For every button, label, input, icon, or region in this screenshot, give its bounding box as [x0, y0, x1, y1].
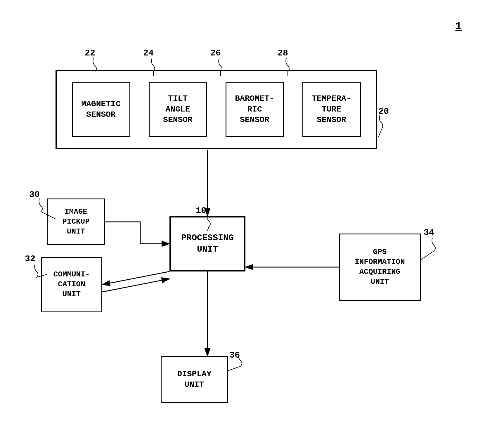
temperature-sensor-box: TEMPERA-TURESENSOR [302, 82, 361, 137]
gps-unit-box: GPSINFORMATIONACQUIRINGUNIT [339, 234, 421, 301]
diagram: 1 MAGNETICSENSOR TILTANGLESENSOR BAROMET… [18, 18, 485, 432]
ref-20: 20 [378, 107, 389, 116]
ref-28: 28 [278, 48, 288, 58]
communication-unit-box: COMMUNI-CATIONUNIT [41, 257, 102, 312]
processing-unit-box: PROCESSINGUNIT [169, 216, 245, 271]
image-pickup-unit-box: IMAGEPICKUPUNIT [47, 199, 105, 245]
svg-line-4 [102, 279, 169, 292]
barometric-sensor-box: BAROMET-RICSENSOR [226, 82, 284, 137]
ref-36: 36 [229, 350, 240, 360]
sensor-group-box: MAGNETICSENSOR TILTANGLESENSOR BAROMET-R… [56, 70, 377, 149]
ref-30: 30 [29, 190, 40, 200]
diagram-ref-1: 1 [455, 20, 462, 32]
ref-22: 22 [85, 48, 95, 58]
tilt-angle-sensor-box: TILTANGLESENSOR [149, 82, 207, 137]
ref-24: 24 [143, 48, 154, 58]
ref-32: 32 [25, 254, 35, 264]
ref-26: 26 [210, 48, 221, 58]
ref-34: 34 [424, 228, 434, 238]
magnetic-sensor-box: MAGNETICSENSOR [72, 82, 130, 137]
svg-line-3 [102, 271, 169, 285]
display-unit-box: DISPLAYUNIT [161, 356, 228, 403]
ref-10: 10 [196, 206, 206, 216]
